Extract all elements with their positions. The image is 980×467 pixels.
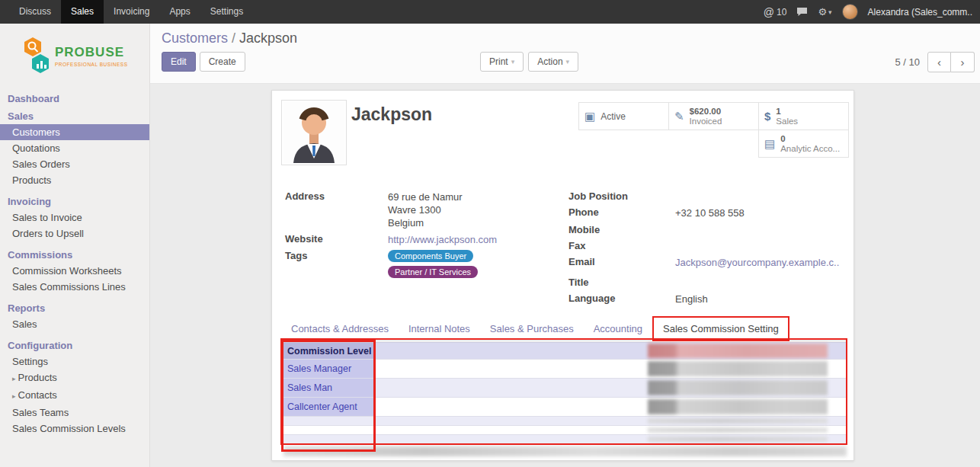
sidebar-item-commission-worksheets[interactable]: Commission Worksheets bbox=[0, 263, 149, 279]
active-stat-button[interactable]: ▣ Active bbox=[578, 102, 669, 130]
user-avatar[interactable] bbox=[842, 4, 858, 20]
sidebar-heading-commissions[interactable]: Commissions bbox=[0, 247, 149, 263]
pencil-icon: ✎ bbox=[674, 110, 684, 123]
table-empty-row bbox=[283, 434, 847, 443]
fax-field: Fax bbox=[568, 240, 847, 252]
analytic-count: 0 bbox=[780, 134, 840, 144]
create-button[interactable]: Create bbox=[200, 52, 245, 72]
invoiced-stat-button[interactable]: ✎ $620.00 Invoiced bbox=[668, 102, 759, 130]
website-link[interactable]: http://www.jackpson.com bbox=[388, 233, 497, 246]
tab-sales-purchases[interactable]: Sales & Purchases bbox=[480, 317, 584, 341]
phone-value[interactable]: +32 10 588 558 bbox=[675, 206, 745, 219]
sidebar-item-sales-to-invoice[interactable]: Sales to Invoice bbox=[0, 210, 149, 226]
sidebar-item-label: Products bbox=[18, 372, 57, 383]
sidebar-item-reports-sales[interactable]: Sales bbox=[0, 316, 149, 332]
form-buttons: Edit Create bbox=[162, 52, 245, 72]
sidebar-heading-configuration[interactable]: Configuration bbox=[0, 337, 149, 353]
email-field: Email Jackpson@yourcompany.example.c.. bbox=[568, 256, 847, 269]
sidebar-item-orders-to-upsell[interactable]: Orders to Upsell bbox=[0, 226, 149, 241]
tab-internal-notes[interactable]: Internal Notes bbox=[399, 317, 480, 341]
topbar-menu-invoicing[interactable]: Invoicing bbox=[104, 0, 159, 24]
table-row[interactable]: Sales Manager bbox=[283, 359, 847, 378]
topbar-menu-discuss[interactable]: Discuss bbox=[9, 0, 61, 24]
customer-photo[interactable] bbox=[281, 100, 347, 165]
sidebar-heading-sales[interactable]: Sales bbox=[0, 108, 149, 124]
topbar-menus: Discuss Sales Invoicing Apps Settings bbox=[0, 0, 253, 24]
pager-previous-button[interactable]: ‹ bbox=[927, 52, 951, 72]
breadcrumb-current: Jackpson bbox=[239, 30, 297, 46]
pager: 5 / 10 ‹ › bbox=[895, 52, 975, 72]
sidebar-item-sales-commissions-lines[interactable]: Sales Commissions Lines bbox=[0, 279, 149, 295]
mentions-button[interactable]: @ 10 bbox=[764, 6, 787, 18]
messages-button[interactable] bbox=[796, 7, 808, 17]
sidebar-item-settings[interactable]: Settings bbox=[0, 353, 149, 369]
sidebar-item-config-contacts[interactable]: ▸Contacts bbox=[0, 387, 149, 405]
sidebar-item-sales-teams[interactable]: Sales Teams bbox=[0, 405, 149, 421]
topbar-menu-apps[interactable]: Apps bbox=[159, 0, 200, 24]
tab-sales-commission-setting[interactable]: Sales Commission Setting bbox=[652, 316, 789, 341]
redacted-value bbox=[648, 361, 828, 376]
fax-label: Fax bbox=[568, 240, 675, 252]
sidebar-item-sales-orders[interactable]: Sales Orders bbox=[0, 156, 149, 172]
address-label: Address bbox=[285, 190, 388, 229]
probuse-logo: PROBUSE PROFESSIONAL BUSINESS bbox=[0, 24, 149, 86]
debug-menu-button[interactable]: ⚙ ▾ bbox=[818, 6, 831, 18]
topbar-right: @ 10 ⚙ ▾ Alexandra (Sales_comm.. bbox=[764, 4, 980, 20]
mobile-label: Mobile bbox=[568, 224, 675, 236]
topbar-menu-settings[interactable]: Settings bbox=[200, 0, 253, 24]
commission-level-cell: Sales Manager bbox=[283, 360, 373, 378]
app-window: Discuss Sales Invoicing Apps Settings @ … bbox=[0, 0, 980, 467]
sidebar-item-label: Contacts bbox=[18, 389, 57, 401]
redacted-value bbox=[648, 380, 828, 395]
ledger-book-icon: ▤ bbox=[764, 137, 775, 151]
sidebar-item-products[interactable]: Products bbox=[0, 172, 149, 188]
chevron-left-icon: ‹ bbox=[937, 56, 941, 69]
edit-button[interactable]: Edit bbox=[162, 52, 196, 72]
form-sheet: Jackpson ▣ Active ✎ $620.00 Invoiced $ 1… bbox=[271, 90, 854, 461]
sidebar-heading-dashboard[interactable]: Dashboard bbox=[0, 91, 149, 107]
notebook-tabs: Contacts & Addresses Internal Notes Sale… bbox=[281, 316, 846, 341]
redacted-value bbox=[648, 437, 828, 442]
invoiced-label: Invoiced bbox=[690, 117, 722, 126]
table-row[interactable]: Sales Man bbox=[283, 378, 847, 397]
mobile-field: Mobile bbox=[568, 224, 847, 236]
table-row[interactable]: Callcenter Agent bbox=[283, 397, 847, 416]
title-label: Title bbox=[568, 277, 675, 289]
action-dropdown-button[interactable]: Action▾ bbox=[528, 52, 578, 72]
record-title: Jackpson bbox=[351, 104, 432, 125]
address-value[interactable]: 69 rue de Namur Wavre 1300 Belgium bbox=[388, 190, 463, 229]
user-menu[interactable]: Alexandra (Sales_comm.. bbox=[868, 7, 972, 18]
invoiced-amount: $620.00 bbox=[690, 107, 722, 117]
tag-components-buyer[interactable]: Components Buyer bbox=[388, 250, 473, 262]
sidebar-item-quotations[interactable]: Quotations bbox=[0, 140, 149, 156]
chevron-down-icon: ▾ bbox=[828, 8, 832, 16]
sidebar-heading-reports[interactable]: Reports bbox=[0, 300, 149, 316]
address-field: Address 69 rue de Namur Wavre 1300 Belgi… bbox=[285, 190, 544, 229]
table-empty-row bbox=[283, 425, 847, 434]
sidebar-item-customers[interactable]: Customers bbox=[0, 124, 149, 140]
analytic-accounts-stat-button[interactable]: ▤ 0 Analytic Acco... bbox=[758, 130, 849, 158]
language-value[interactable]: English bbox=[675, 293, 708, 305]
email-link[interactable]: Jackpson@yourcompany.example.c.. bbox=[675, 256, 839, 269]
sales-label: Sales bbox=[776, 117, 798, 126]
gear-icon: ⚙ bbox=[818, 6, 827, 18]
logo-title: PROBUSE bbox=[55, 45, 128, 60]
phone-label: Phone bbox=[568, 206, 675, 219]
right-field-group: Job Position Phone +32 10 588 558 Mobile… bbox=[568, 190, 847, 309]
sidebar-item-sales-commission-levels[interactable]: Sales Commission Levels bbox=[0, 421, 149, 437]
tab-accounting[interactable]: Accounting bbox=[584, 317, 652, 341]
print-dropdown-button[interactable]: Print▾ bbox=[480, 52, 524, 72]
topbar-menu-sales[interactable]: Sales bbox=[61, 0, 104, 24]
pager-next-button[interactable]: › bbox=[951, 52, 975, 72]
active-stat-label: Active bbox=[600, 111, 626, 122]
tag-partner-it-services[interactable]: Partner / IT Services bbox=[388, 266, 478, 278]
mention-icon: @ bbox=[764, 6, 774, 18]
sidebar-item-config-products[interactable]: ▸Products bbox=[0, 369, 149, 387]
breadcrumb-customers-link[interactable]: Customers bbox=[162, 30, 228, 46]
sidebar-heading-invoicing[interactable]: Invoicing bbox=[0, 194, 149, 210]
sales-stat-button[interactable]: $ 1 Sales bbox=[758, 102, 849, 130]
tab-contacts-addresses[interactable]: Contacts & Addresses bbox=[281, 317, 399, 341]
redacted-header-value bbox=[648, 344, 828, 358]
main-content: Jackpson ▣ Active ✎ $620.00 Invoiced $ 1… bbox=[150, 84, 980, 467]
table-empty-row bbox=[283, 416, 847, 425]
